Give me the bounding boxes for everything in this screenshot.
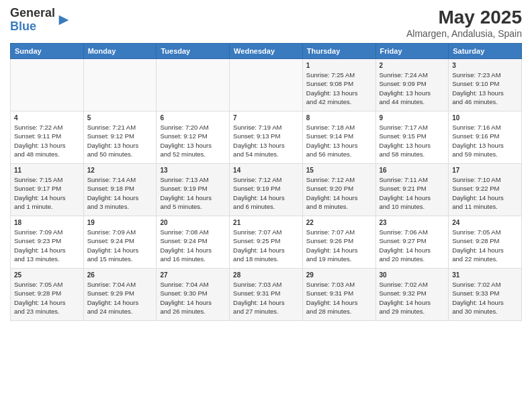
- day-info: Sunrise: 7:11 AM Sunset: 9:21 PM Dayligh…: [380, 175, 445, 211]
- day-number: 16: [380, 167, 445, 174]
- day-number: 1: [306, 62, 372, 69]
- calendar-cell: 14Sunrise: 7:12 AM Sunset: 9:19 PM Dayli…: [230, 164, 303, 216]
- day-number: 13: [160, 167, 226, 174]
- calendar-cell: 24Sunrise: 7:05 AM Sunset: 9:28 PM Dayli…: [449, 216, 522, 269]
- day-number: 25: [14, 271, 80, 279]
- calendar-cell: 12Sunrise: 7:14 AM Sunset: 9:18 PM Dayli…: [83, 164, 157, 216]
- day-header-tuesday: Tuesday: [157, 44, 230, 59]
- day-header-saturday: Saturday: [449, 44, 522, 59]
- calendar-cell: 2Sunrise: 7:24 AM Sunset: 9:09 PM Daylig…: [375, 59, 449, 111]
- day-info: Sunrise: 7:19 AM Sunset: 9:13 PM Dayligh…: [233, 123, 299, 158]
- day-info: Sunrise: 7:14 AM Sunset: 9:18 PM Dayligh…: [87, 175, 153, 211]
- header: General Blue May 2025 Almargen, Andalusi…: [10, 7, 522, 39]
- day-info: Sunrise: 7:12 AM Sunset: 9:20 PM Dayligh…: [306, 175, 372, 211]
- logo-general-text: General: [10, 6, 55, 19]
- day-number: 20: [160, 219, 226, 226]
- day-info: Sunrise: 7:07 AM Sunset: 9:26 PM Dayligh…: [306, 228, 372, 263]
- calendar-cell: 17Sunrise: 7:10 AM Sunset: 9:22 PM Dayli…: [449, 164, 522, 216]
- day-info: Sunrise: 7:03 AM Sunset: 9:31 PM Dayligh…: [306, 280, 372, 316]
- calendar-cell: 19Sunrise: 7:09 AM Sunset: 9:24 PM Dayli…: [83, 216, 157, 269]
- calendar-cell: 4Sunrise: 7:22 AM Sunset: 9:11 PM Daylig…: [11, 111, 84, 164]
- day-info: Sunrise: 7:17 AM Sunset: 9:15 PM Dayligh…: [380, 123, 445, 158]
- day-number: 23: [380, 219, 445, 226]
- day-header-monday: Monday: [83, 44, 157, 59]
- calendar-cell: 23Sunrise: 7:06 AM Sunset: 9:27 PM Dayli…: [375, 216, 449, 269]
- day-number: 21: [233, 219, 299, 226]
- day-number: 18: [14, 219, 80, 226]
- calendar-header-row: SundayMondayTuesdayWednesdayThursdayFrid…: [11, 44, 522, 59]
- day-number: 4: [14, 114, 80, 122]
- day-number: 26: [87, 271, 153, 279]
- calendar-cell: 5Sunrise: 7:21 AM Sunset: 9:12 PM Daylig…: [83, 111, 157, 164]
- calendar-cell: 3Sunrise: 7:23 AM Sunset: 9:10 PM Daylig…: [449, 59, 522, 111]
- day-info: Sunrise: 7:06 AM Sunset: 9:27 PM Dayligh…: [380, 228, 445, 263]
- calendar-cell: 18Sunrise: 7:09 AM Sunset: 9:23 PM Dayli…: [11, 216, 84, 269]
- day-info: Sunrise: 7:25 AM Sunset: 9:08 PM Dayligh…: [306, 71, 372, 106]
- calendar-cell: 9Sunrise: 7:17 AM Sunset: 9:15 PM Daylig…: [375, 111, 449, 164]
- day-info: Sunrise: 7:02 AM Sunset: 9:32 PM Dayligh…: [380, 280, 445, 316]
- calendar-cell: 27Sunrise: 7:04 AM Sunset: 9:30 PM Dayli…: [157, 269, 230, 321]
- day-header-sunday: Sunday: [11, 44, 84, 59]
- logo: General Blue: [10, 7, 71, 34]
- day-info: Sunrise: 7:12 AM Sunset: 9:19 PM Dayligh…: [233, 175, 299, 211]
- day-info: Sunrise: 7:02 AM Sunset: 9:33 PM Dayligh…: [452, 280, 518, 316]
- day-info: Sunrise: 7:23 AM Sunset: 9:10 PM Dayligh…: [452, 71, 518, 106]
- calendar-cell: 22Sunrise: 7:07 AM Sunset: 9:26 PM Dayli…: [302, 216, 375, 269]
- day-number: 14: [233, 167, 299, 174]
- day-info: Sunrise: 7:13 AM Sunset: 9:19 PM Dayligh…: [160, 175, 226, 211]
- day-info: Sunrise: 7:09 AM Sunset: 9:23 PM Dayligh…: [14, 228, 80, 263]
- calendar-subtitle: Almargen, Andalusia, Spain: [406, 28, 522, 39]
- day-info: Sunrise: 7:18 AM Sunset: 9:14 PM Dayligh…: [306, 123, 372, 158]
- day-number: 30: [380, 271, 445, 279]
- day-number: 9: [380, 114, 445, 122]
- calendar-cell: 13Sunrise: 7:13 AM Sunset: 9:19 PM Dayli…: [157, 164, 230, 216]
- day-number: 22: [306, 219, 372, 226]
- day-info: Sunrise: 7:08 AM Sunset: 9:24 PM Dayligh…: [160, 228, 226, 263]
- day-info: Sunrise: 7:09 AM Sunset: 9:24 PM Dayligh…: [87, 228, 153, 263]
- calendar-cell: 30Sunrise: 7:02 AM Sunset: 9:32 PM Dayli…: [375, 269, 449, 321]
- day-number: 5: [87, 114, 153, 122]
- svg-marker-0: [59, 15, 69, 25]
- calendar-cell: 1Sunrise: 7:25 AM Sunset: 9:08 PM Daylig…: [302, 59, 375, 111]
- calendar-week-4: 18Sunrise: 7:09 AM Sunset: 9:23 PM Dayli…: [11, 216, 522, 269]
- calendar-week-2: 4Sunrise: 7:22 AM Sunset: 9:11 PM Daylig…: [11, 111, 522, 164]
- day-info: Sunrise: 7:07 AM Sunset: 9:25 PM Dayligh…: [233, 228, 299, 263]
- day-info: Sunrise: 7:05 AM Sunset: 9:28 PM Dayligh…: [452, 228, 518, 263]
- day-info: Sunrise: 7:04 AM Sunset: 9:30 PM Dayligh…: [160, 280, 226, 316]
- calendar-cell: 7Sunrise: 7:19 AM Sunset: 9:13 PM Daylig…: [230, 111, 303, 164]
- calendar-cell: 6Sunrise: 7:20 AM Sunset: 9:12 PM Daylig…: [157, 111, 230, 164]
- calendar-cell: 16Sunrise: 7:11 AM Sunset: 9:21 PM Dayli…: [375, 164, 449, 216]
- day-info: Sunrise: 7:04 AM Sunset: 9:29 PM Dayligh…: [87, 280, 153, 316]
- calendar-cell: 21Sunrise: 7:07 AM Sunset: 9:25 PM Dayli…: [230, 216, 303, 269]
- title-block: May 2025 Almargen, Andalusia, Spain: [406, 7, 522, 39]
- calendar-title: May 2025: [406, 7, 522, 28]
- calendar-week-3: 11Sunrise: 7:15 AM Sunset: 9:17 PM Dayli…: [11, 164, 522, 216]
- calendar-cell: 29Sunrise: 7:03 AM Sunset: 9:31 PM Dayli…: [302, 269, 375, 321]
- day-number: 11: [14, 167, 80, 174]
- day-number: 19: [87, 219, 153, 226]
- logo-icon: [56, 13, 71, 28]
- day-info: Sunrise: 7:24 AM Sunset: 9:09 PM Dayligh…: [380, 71, 445, 106]
- day-info: Sunrise: 7:16 AM Sunset: 9:16 PM Dayligh…: [452, 123, 518, 158]
- calendar-cell: 8Sunrise: 7:18 AM Sunset: 9:14 PM Daylig…: [302, 111, 375, 164]
- calendar-week-5: 25Sunrise: 7:05 AM Sunset: 9:28 PM Dayli…: [11, 269, 522, 321]
- day-number: 12: [87, 167, 153, 174]
- day-number: 29: [306, 271, 372, 279]
- day-number: 27: [160, 271, 226, 279]
- calendar-cell: [11, 59, 84, 111]
- day-number: 8: [306, 114, 372, 122]
- calendar-cell: [230, 59, 303, 111]
- day-number: 6: [160, 114, 226, 122]
- day-info: Sunrise: 7:10 AM Sunset: 9:22 PM Dayligh…: [452, 175, 518, 211]
- day-number: 17: [452, 167, 518, 174]
- day-number: 31: [452, 271, 518, 279]
- day-header-friday: Friday: [375, 44, 449, 59]
- calendar-cell: 25Sunrise: 7:05 AM Sunset: 9:28 PM Dayli…: [11, 269, 84, 321]
- day-header-wednesday: Wednesday: [230, 44, 303, 59]
- calendar-table: SundayMondayTuesdayWednesdayThursdayFrid…: [10, 43, 522, 321]
- day-number: 7: [233, 114, 299, 122]
- calendar-page: General Blue May 2025 Almargen, Andalusi…: [0, 0, 532, 411]
- day-info: Sunrise: 7:15 AM Sunset: 9:17 PM Dayligh…: [14, 175, 80, 211]
- calendar-cell: 28Sunrise: 7:03 AM Sunset: 9:31 PM Dayli…: [230, 269, 303, 321]
- calendar-cell: 11Sunrise: 7:15 AM Sunset: 9:17 PM Dayli…: [11, 164, 84, 216]
